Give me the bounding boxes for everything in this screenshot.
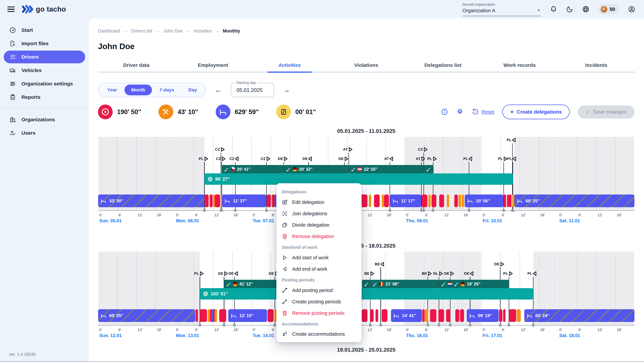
hamburger-menu-icon[interactable]	[8, 5, 15, 13]
notifications-icon[interactable]	[550, 5, 557, 13]
breadcrumb-dashboard[interactable]: Dashboard	[98, 28, 120, 34]
activity-segment-drive[interactable]	[272, 194, 274, 207]
activity-segment-drive[interactable]	[446, 309, 450, 322]
create-delegations-button[interactable]: + Create delegations	[502, 105, 570, 119]
menu-item-add-posting-period[interactable]: Add posting period	[276, 285, 362, 296]
activity-segment-drive[interactable]	[376, 309, 378, 322]
day-label[interactable]: Mon. 13.01	[176, 333, 199, 338]
posting-period-segment[interactable]: 21' 08''	[370, 280, 439, 288]
activity-segment-drive[interactable]	[509, 309, 516, 322]
posting-period-segment[interactable]	[362, 280, 370, 288]
activity-segment-work[interactable]	[428, 194, 431, 207]
border-marker-at[interactable]: AT	[343, 147, 352, 152]
sidebar-item-import-files[interactable]: Import files	[4, 37, 85, 50]
starting-day-field[interactable]: Starting day 05.01.2025	[230, 83, 274, 97]
day-label[interactable]: Tue. 14.01	[252, 333, 274, 338]
activity-segment-drive[interactable]	[196, 309, 198, 322]
period-option-7-days[interactable]: 7-days	[152, 85, 181, 95]
activity-segment-drive[interactable]	[374, 194, 380, 207]
menu-item-add-start-of-work[interactable]: Add start of work	[276, 252, 362, 263]
period-option-year[interactable]: Year	[100, 85, 124, 95]
day-label[interactable]: Thu. 16.01	[406, 333, 428, 338]
border-marker-de[interactable]: DE	[218, 271, 228, 276]
menu-item-edit-delegation[interactable]: Edit delegation	[276, 196, 362, 208]
menu-item-create-posting-periods[interactable]: Create posting periods	[276, 296, 362, 307]
border-marker-pl[interactable]: PL	[528, 271, 537, 276]
activity-segment-drive[interactable]	[455, 309, 460, 322]
next-period-button[interactable]: →	[282, 86, 291, 94]
border-marker-pl[interactable]: PL	[427, 156, 437, 161]
period-option-day[interactable]: Day	[182, 85, 204, 95]
day-label[interactable]: Fri. 10.01	[483, 218, 502, 223]
tab-employment[interactable]: Employment	[174, 60, 251, 73]
activity-segment-drive[interactable]	[439, 194, 444, 207]
sidebar-item-start[interactable]: Start	[4, 24, 85, 36]
tab-driver-data[interactable]: Driver data	[98, 60, 174, 73]
border-marker-pl[interactable]: PL	[507, 156, 517, 161]
border-marker-pl[interactable]: PL	[194, 271, 204, 276]
sidebar-item-organizations[interactable]: Organizations	[4, 113, 85, 126]
activity-segment-drive[interactable]	[362, 309, 368, 322]
menu-item-create-accommodations[interactable]: zZCreate accommodations	[276, 329, 362, 340]
activity-segment-drive[interactable]	[422, 194, 427, 207]
sidebar-item-users[interactable]: Users	[4, 127, 85, 139]
activity-segment-drive[interactable]	[499, 309, 502, 322]
sidebar-item-drivers[interactable]: Drivers	[4, 51, 85, 63]
activity-segment-rest[interactable]: 12' 15''	[228, 309, 267, 322]
delegation-total-bar[interactable]: 103' 51''	[200, 288, 533, 300]
activity-segment-work[interactable]	[369, 194, 371, 207]
border-marker-pl[interactable]: PL	[507, 138, 516, 143]
dark-mode-icon[interactable]	[566, 5, 574, 13]
border-marker-de[interactable]: DE	[444, 271, 454, 276]
info-icon[interactable]	[441, 108, 448, 116]
day-label[interactable]: Fri. 17.01	[483, 333, 502, 338]
border-marker-de[interactable]: DE	[464, 271, 474, 276]
language-icon[interactable]	[582, 5, 590, 13]
posting-period-segment[interactable]: 18' 25''	[439, 280, 509, 288]
tab-violations[interactable]: Violations	[328, 60, 404, 73]
border-marker-be[interactable]: BE	[364, 271, 374, 276]
border-marker-pl[interactable]: PL	[463, 156, 473, 161]
border-marker-nl[interactable]: NL	[433, 271, 443, 276]
border-marker-de[interactable]: DE	[302, 156, 312, 161]
border-marker-be[interactable]: BE	[375, 262, 384, 267]
border-marker-cz[interactable]: CZ	[418, 147, 428, 152]
posting-period-segment[interactable]: 22' 55''	[349, 165, 424, 173]
activity-segment-work[interactable]	[458, 194, 461, 207]
activity-segment-drive[interactable]	[430, 309, 436, 322]
coins-badge[interactable]: >> 50	[598, 4, 619, 14]
activity-segment-drive[interactable]	[215, 194, 220, 207]
activity-segment-drive[interactable]	[268, 309, 274, 322]
breadcrumb-activities[interactable]: Activities	[194, 28, 212, 34]
activity-segment-rest[interactable]: 33' 30''	[98, 194, 204, 207]
border-marker-de[interactable]: DE	[338, 156, 348, 161]
activity-segment-drive[interactable]	[503, 309, 506, 322]
activity-segment-work[interactable]	[512, 194, 514, 207]
activity-segment-drive[interactable]	[422, 309, 425, 322]
menu-item-remove-delegation[interactable]: Remove delegation	[276, 231, 362, 242]
activity-segment-drive[interactable]	[382, 309, 388, 322]
activity-segment-rest[interactable]: 69' 25''	[514, 194, 634, 207]
activity-segment-rest[interactable]: 69' 25''	[98, 309, 195, 322]
border-marker-cz[interactable]: CZ	[216, 156, 226, 161]
tab-work-records[interactable]: Work records	[481, 60, 558, 73]
border-marker-de[interactable]: DE	[278, 156, 288, 161]
border-marker-be[interactable]: BE	[422, 271, 432, 276]
border-marker-pl[interactable]: PL	[498, 156, 508, 161]
activity-segment-work[interactable]	[447, 194, 449, 207]
day-label[interactable]: Sat. 11.01	[559, 218, 580, 223]
menu-item-remove-posting-periods[interactable]: Remove posting periods	[276, 307, 362, 319]
menu-item-join-delegations[interactable]: Join delegations	[276, 208, 362, 219]
activity-segment-drive[interactable]	[210, 194, 213, 207]
prev-period-button[interactable]: ←	[214, 86, 223, 94]
settings-gear-icon[interactable]	[456, 108, 464, 116]
tab-activities[interactable]: Activities	[251, 60, 328, 73]
sidebar-item-organization-settings[interactable]: Organization settings	[4, 77, 85, 90]
border-marker-pl[interactable]: PL	[199, 156, 208, 161]
activity-segment-drive[interactable]	[438, 309, 444, 322]
activity-segment-drive[interactable]	[509, 194, 512, 207]
day-label[interactable]: Mon. 06.01	[176, 218, 199, 223]
activity-segment-drive[interactable]	[504, 194, 506, 207]
activity-segment-rest[interactable]: 65' 24''	[524, 309, 634, 322]
day-label[interactable]: Sun. 12.01	[99, 333, 122, 338]
